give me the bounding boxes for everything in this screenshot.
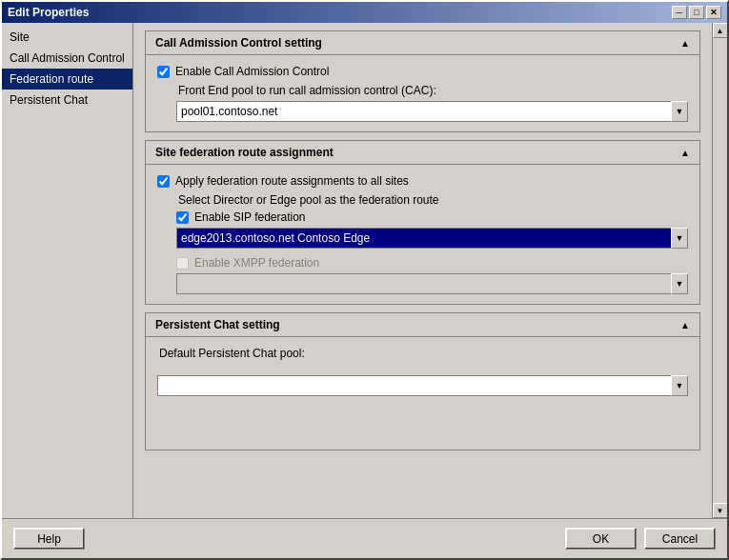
sip-federation-row: Enable SIP federation <box>176 210 688 224</box>
xmpp-federation-dropdown-btn[interactable]: ▼ <box>671 273 688 294</box>
federation-section-title: Site federation route assignment <box>155 146 334 159</box>
title-bar-controls: ─ □ ✕ <box>672 6 721 19</box>
federation-section-body: Apply federation route assignments to al… <box>146 165 699 304</box>
window-title: Edit Properties <box>8 6 89 19</box>
apply-federation-label[interactable]: Apply federation route assignments to al… <box>175 174 409 188</box>
enable-xmpp-checkbox[interactable] <box>176 257 189 270</box>
apply-federation-row: Apply federation route assignments to al… <box>157 174 688 188</box>
close-button[interactable]: ✕ <box>706 6 721 19</box>
main-content: Call Admission Control setting ▲ Enable … <box>133 23 712 518</box>
persistent-chat-section-body: Default Persistent Chat pool: ▼ <box>146 337 699 450</box>
front-end-pool-dropdown-btn[interactable]: ▼ <box>671 101 688 122</box>
cac-section: Call Admission Control setting ▲ Enable … <box>145 30 700 132</box>
ok-button[interactable]: OK <box>565 528 637 550</box>
footer-right: OK Cancel <box>565 528 716 550</box>
sidebar-item-federation-route[interactable]: Federation route <box>2 69 132 90</box>
front-end-pool-input[interactable] <box>176 101 671 122</box>
persistent-chat-pool-input[interactable] <box>157 375 671 396</box>
sip-federation-dropdown: edge2013.contoso.net Contoso Edge ▼ <box>176 228 688 249</box>
apply-federation-checkbox[interactable] <box>157 175 170 188</box>
edit-properties-window: Edit Properties ─ □ ✕ Site Call Admissio… <box>0 0 729 560</box>
sip-federation-dropdown-btn[interactable]: ▼ <box>671 228 688 249</box>
persistent-chat-collapse-icon[interactable]: ▲ <box>680 320 690 330</box>
footer: Help OK Cancel <box>2 518 727 558</box>
help-button[interactable]: Help <box>13 528 85 550</box>
xmpp-federation-value <box>176 273 671 294</box>
title-bar-text: Edit Properties <box>8 6 89 19</box>
front-end-pool-label: Front End pool to run call admission con… <box>178 84 688 97</box>
front-end-pool-dropdown: ▼ <box>176 101 688 122</box>
federation-section-header: Site federation route assignment ▲ <box>146 141 699 165</box>
scroll-down-btn[interactable]: ▼ <box>713 503 728 518</box>
scroll-up-btn[interactable]: ▲ <box>713 23 728 38</box>
select-director-label: Select Director or Edge pool as the fede… <box>178 193 688 207</box>
persistent-chat-pool-dropdown: ▼ <box>157 375 688 396</box>
xmpp-federation-row: Enable XMPP federation <box>176 256 688 270</box>
federation-route-container: Select Director or Edge pool as the fede… <box>176 193 688 294</box>
scroll-track[interactable] <box>713 38 727 503</box>
enable-xmpp-label: Enable XMPP federation <box>194 256 319 270</box>
federation-collapse-icon[interactable]: ▲ <box>680 148 690 158</box>
persistent-chat-pool-dropdown-btn[interactable]: ▼ <box>671 375 688 396</box>
minimize-button[interactable]: ─ <box>672 6 687 19</box>
scrollbar: ▲ ▼ <box>712 23 727 518</box>
enable-cac-label[interactable]: Enable Call Admission Control <box>175 65 329 78</box>
cancel-button[interactable]: Cancel <box>644 528 716 550</box>
sidebar: Site Call Admission Control Federation r… <box>2 23 133 518</box>
window-body: Site Call Admission Control Federation r… <box>2 23 727 518</box>
cac-collapse-icon[interactable]: ▲ <box>680 38 690 49</box>
persistent-chat-section-header: Persistent Chat setting ▲ <box>146 313 699 337</box>
persistent-chat-section-title: Persistent Chat setting <box>155 318 280 331</box>
cac-section-title: Call Admission Control setting <box>155 36 322 50</box>
sip-federation-value[interactable]: edge2013.contoso.net Contoso Edge <box>176 228 671 249</box>
xmpp-federation-dropdown: ▼ <box>176 273 688 294</box>
sidebar-item-call-admission-control[interactable]: Call Admission Control <box>2 48 132 69</box>
enable-cac-checkbox[interactable] <box>157 66 170 78</box>
front-end-pool-container: Front End pool to run call admission con… <box>176 84 688 122</box>
cac-section-header: Call Admission Control setting ▲ <box>146 31 699 55</box>
maximize-button[interactable]: □ <box>689 6 704 19</box>
sidebar-item-site[interactable]: Site <box>2 27 132 48</box>
title-bar: Edit Properties ─ □ ✕ <box>2 2 727 23</box>
federation-section: Site federation route assignment ▲ Apply… <box>145 140 700 305</box>
persistent-chat-section: Persistent Chat setting ▲ Default Persis… <box>145 312 700 450</box>
sidebar-item-persistent-chat[interactable]: Persistent Chat <box>2 90 132 110</box>
enable-cac-row: Enable Call Admission Control <box>157 65 688 78</box>
persistent-chat-pool-label: Default Persistent Chat pool: <box>159 347 688 360</box>
enable-sip-checkbox[interactable] <box>176 211 189 224</box>
enable-sip-label[interactable]: Enable SIP federation <box>194 210 306 224</box>
cac-section-body: Enable Call Admission Control Front End … <box>146 55 699 131</box>
